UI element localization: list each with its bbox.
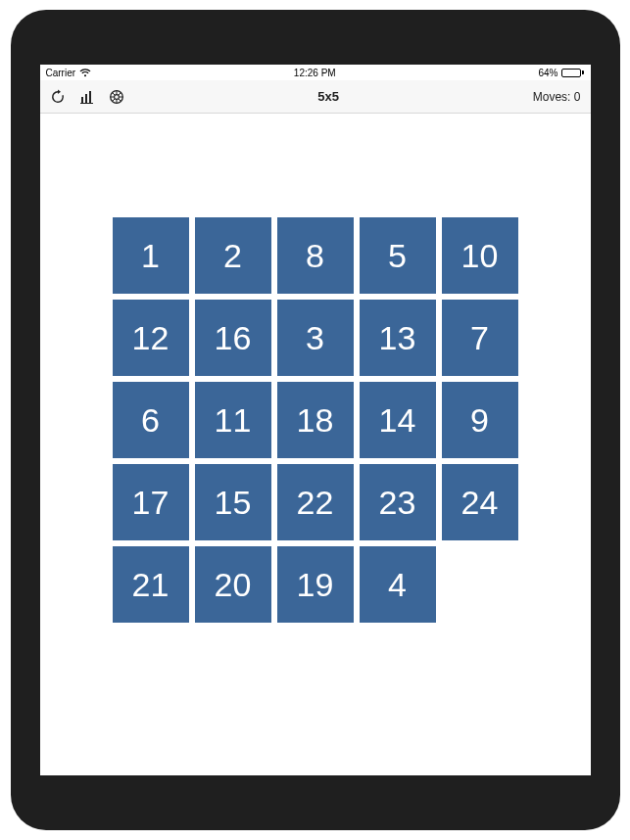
svg-line-13 [112, 98, 115, 101]
page-title: 5x5 [317, 89, 339, 104]
svg-line-11 [118, 98, 121, 101]
puzzle-tile[interactable]: 14 [360, 382, 436, 458]
puzzle-tile[interactable]: 11 [195, 382, 271, 458]
svg-line-10 [112, 92, 115, 95]
nav-left [50, 89, 124, 105]
screen: Carrier 12:26 PM 64% [40, 65, 591, 775]
refresh-icon[interactable] [50, 89, 66, 105]
puzzle-tile[interactable]: 9 [442, 382, 518, 458]
status-bar: Carrier 12:26 PM 64% [40, 65, 591, 80]
help-icon[interactable] [109, 89, 124, 105]
puzzle-tile[interactable]: 19 [277, 546, 354, 623]
svg-rect-2 [89, 91, 91, 103]
puzzle-tile[interactable]: 23 [360, 464, 436, 540]
puzzle-tile[interactable]: 2 [195, 217, 271, 294]
puzzle-tile[interactable]: 6 [113, 382, 189, 458]
game-content: 128510121631376111814917152223242120194 [40, 114, 591, 775]
puzzle-tile[interactable]: 24 [442, 464, 518, 540]
moves-count: 0 [574, 90, 581, 104]
puzzle-tile-empty [442, 546, 518, 623]
puzzle-tile[interactable]: 17 [113, 464, 189, 540]
wifi-icon [79, 69, 91, 77]
puzzle-tile[interactable]: 10 [442, 217, 518, 294]
puzzle-tile[interactable]: 4 [360, 546, 436, 623]
puzzle-tile[interactable]: 22 [277, 464, 354, 540]
puzzle-tile[interactable]: 1 [113, 217, 189, 294]
status-left: Carrier [46, 68, 92, 78]
svg-rect-0 [81, 97, 83, 103]
status-time: 12:26 PM [294, 68, 336, 78]
puzzle-tile[interactable]: 7 [442, 300, 518, 376]
puzzle-tile[interactable]: 20 [195, 546, 271, 623]
svg-rect-3 [80, 103, 93, 104]
stats-icon[interactable] [79, 89, 95, 105]
puzzle-tile[interactable]: 18 [277, 382, 354, 458]
battery-percent: 64% [538, 68, 557, 78]
status-right: 64% [538, 68, 584, 78]
puzzle-tile[interactable]: 12 [113, 300, 189, 376]
puzzle-tile[interactable]: 15 [195, 464, 271, 540]
carrier-label: Carrier [46, 68, 76, 78]
device-frame: Carrier 12:26 PM 64% [11, 10, 620, 830]
puzzle-tile[interactable]: 13 [360, 300, 436, 376]
puzzle-tile[interactable]: 8 [277, 217, 354, 294]
puzzle-board: 128510121631376111814917152223242120194 [113, 217, 518, 623]
svg-line-12 [118, 92, 121, 95]
nav-bar: 5x5 Moves: 0 [40, 80, 591, 114]
battery-icon [561, 69, 584, 77]
puzzle-tile[interactable]: 21 [113, 546, 189, 623]
svg-rect-1 [85, 94, 87, 103]
puzzle-tile[interactable]: 3 [277, 300, 354, 376]
svg-point-5 [114, 94, 119, 99]
moves-counter: Moves: 0 [533, 90, 581, 104]
puzzle-tile[interactable]: 5 [360, 217, 436, 294]
moves-label: Moves: [533, 90, 571, 104]
puzzle-tile[interactable]: 16 [195, 300, 271, 376]
